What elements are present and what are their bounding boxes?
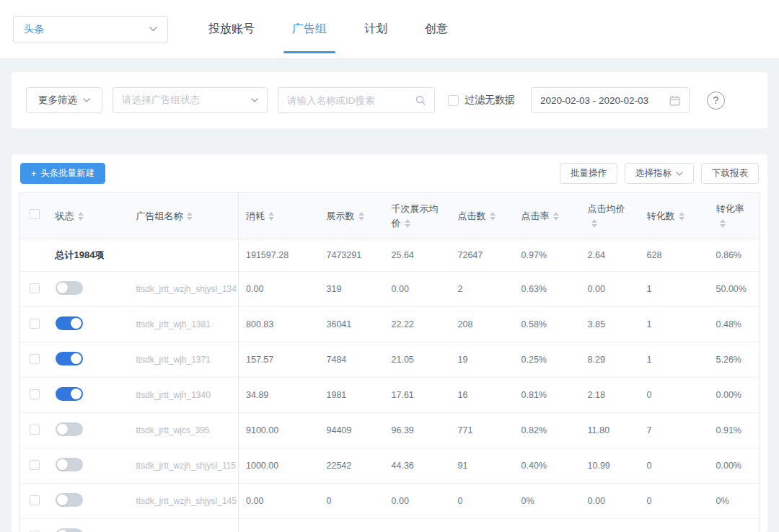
metric-cell: 7484 (320, 342, 384, 378)
download-report-label: 下载报表 (712, 167, 748, 179)
metric-cell: 0.00 (239, 272, 320, 307)
adgroup-status-select[interactable]: 请选择广告组状态 (113, 87, 268, 113)
metric-cell: 0% (709, 484, 760, 519)
status-toggle[interactable] (56, 422, 83, 436)
row-checkbox[interactable] (30, 389, 40, 399)
status-toggle[interactable] (56, 387, 83, 401)
filter-no-data-checkbox-group[interactable]: 过滤无数据 (448, 94, 515, 107)
metric-cell: 0 (640, 378, 709, 413)
select-all-cell (19, 193, 48, 239)
batch-create-button[interactable]: + 头条批量新建 (20, 163, 105, 184)
table-toolbar: + 头条批量新建 批量操作 选择指标 下载报表 (19, 163, 760, 184)
sort-icon[interactable] (268, 212, 274, 221)
row-checkbox[interactable] (30, 425, 40, 435)
search-input[interactable] (287, 95, 406, 106)
metric-cell: 0.00 (239, 484, 320, 519)
metric-cell: 12.82 (581, 519, 640, 532)
channel-select-value: 头条 (24, 23, 44, 36)
column-header-clicks[interactable]: 点击数 (451, 193, 514, 239)
sort-icon[interactable] (358, 212, 364, 221)
tab-accounts[interactable]: 投放账号 (190, 0, 273, 59)
column-header-conversions[interactable]: 转化数 (640, 193, 709, 239)
status-toggle[interactable] (56, 352, 83, 365)
table-row: ttsdk_jrtt_wjcs_395 9100.00 94409 96.39 … (19, 413, 760, 448)
column-header-cpm[interactable]: 千次展示均价 (384, 193, 451, 239)
metric-cell: 0.00 (384, 484, 451, 519)
summary-cell: 2.64 (581, 239, 640, 272)
help-button[interactable]: ? (707, 92, 725, 110)
summary-cell: 0.86% (709, 239, 760, 272)
date-range-picker[interactable]: 2020-02-03 - 2020-02-03 (531, 87, 690, 113)
column-header-cpc[interactable]: 点击均价 (581, 193, 640, 239)
adgroup-table-card: + 头条批量新建 批量操作 选择指标 下载报表 (12, 154, 767, 532)
tab-adgroups[interactable]: 广告组 (273, 0, 346, 59)
row-checkbox[interactable] (30, 495, 40, 505)
column-header-status[interactable]: 状态 (48, 193, 129, 239)
row-checkbox[interactable] (30, 460, 40, 470)
table-row: ttsdk_jrtt_wjh_1381 800.83 36041 22.22 2… (19, 307, 760, 342)
sort-icon[interactable] (553, 212, 559, 221)
download-report-button[interactable]: 下载报表 (701, 163, 759, 184)
metric-cell: 0.00 (581, 484, 640, 519)
status-toggle[interactable] (56, 281, 83, 295)
sort-icon[interactable] (187, 212, 193, 221)
row-checkbox-cell (19, 342, 48, 378)
metric-cell: 1981 (320, 378, 384, 413)
metric-cell: 0.82% (514, 413, 581, 448)
metric-cell: 94409 (320, 413, 384, 448)
row-checkbox-cell (19, 413, 48, 448)
row-checkbox[interactable] (30, 319, 40, 329)
row-checkbox-cell (19, 484, 48, 519)
metric-cell: 96.39 (384, 413, 451, 448)
adgroup-name: ttsdk_jrtt_wjh_1340 (136, 390, 211, 400)
tab-creatives[interactable]: 创意 (406, 0, 467, 59)
column-header-adgroup-name[interactable]: 广告组名称 (129, 193, 239, 239)
metric-cell: 0.63% (514, 272, 581, 307)
sort-icon[interactable] (679, 212, 685, 221)
metric-cell: 0.26% (514, 519, 581, 532)
metric-cell: 1000.00 (239, 448, 320, 484)
table-row: ttsdk_jrtt_wjh_1371 157.57 7484 21.05 19… (19, 342, 760, 378)
adgroup-name-cell: ttsdk_jrtt_wjh_1371 (129, 342, 239, 378)
select-all-checkbox[interactable] (30, 209, 40, 219)
tab-plans[interactable]: 计划 (346, 0, 406, 59)
metric-cell: 2 (640, 519, 709, 532)
status-toggle[interactable] (56, 458, 83, 471)
status-toggle[interactable] (56, 316, 83, 330)
row-checkbox-cell (19, 307, 48, 342)
sort-icon[interactable] (405, 219, 410, 228)
channel-select[interactable]: 头条 (13, 16, 168, 43)
status-toggle[interactable] (56, 493, 83, 507)
filter-no-data-checkbox[interactable] (448, 95, 459, 106)
status-cell (48, 272, 129, 307)
column-header-ctr[interactable]: 点击率 (514, 193, 581, 239)
sort-icon[interactable] (591, 219, 597, 228)
status-toggle[interactable] (56, 528, 83, 532)
status-cell (48, 413, 129, 448)
metric-cell: 34.89 (239, 378, 320, 413)
column-header-cost[interactable]: 消耗 (239, 193, 320, 239)
summary-cell: 25.64 (384, 239, 451, 272)
column-header-impressions[interactable]: 展示数 (320, 193, 384, 239)
metric-cell: 17.61 (384, 378, 451, 413)
more-filters-button[interactable]: 更多筛选 (26, 87, 102, 113)
metric-cell: 0.00% (709, 448, 760, 484)
adgroup-name: ttsdk_jrtt_wzjh_shjysl_145 (136, 496, 237, 506)
status-cell (48, 448, 129, 484)
adgroup-name-cell: ttsdk_jrtt_wjcs_395 (129, 413, 239, 448)
select-metrics-button[interactable]: 选择指标 (625, 163, 694, 184)
metric-cell: 3.85 (581, 307, 640, 342)
row-checkbox[interactable] (30, 354, 40, 364)
column-header-cvr[interactable]: 转化率 (709, 193, 760, 239)
metric-cell: 0% (514, 484, 581, 519)
row-checkbox[interactable] (30, 283, 40, 293)
metric-cell: 19 (451, 342, 514, 378)
adgroup-name: ttsdk_jrtt_wzjh_shjysl_134 (136, 284, 237, 294)
sort-icon[interactable] (78, 212, 84, 221)
status-cell (48, 378, 129, 413)
bulk-action-button[interactable]: 批量操作 (560, 163, 617, 184)
summary-cell: 7473291 (320, 239, 384, 272)
sort-icon[interactable] (720, 219, 726, 228)
sort-icon[interactable] (490, 212, 496, 221)
search-field (278, 87, 435, 113)
